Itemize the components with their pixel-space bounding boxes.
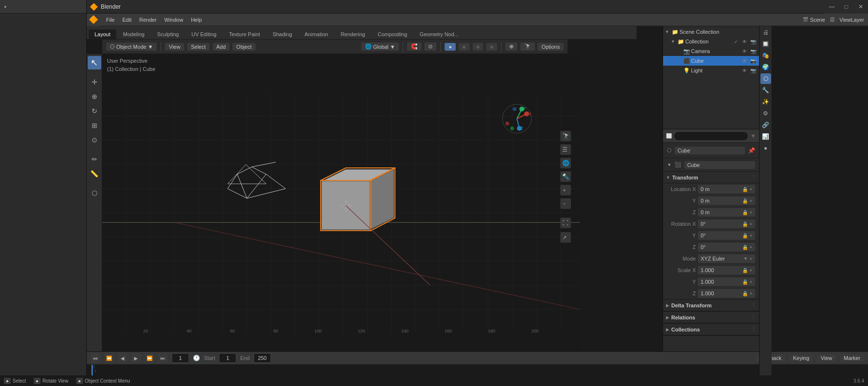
gizmo-toggle[interactable]: 🔭 <box>520 42 535 51</box>
collection-visibility-toggle[interactable]: ✓ <box>732 38 740 45</box>
rotation-x-lock[interactable]: 🔒 <box>742 221 748 227</box>
close-button[interactable]: ✕ <box>854 0 868 14</box>
outliner-item-scene-collection[interactable]: ▼ 📁 Scene Collection <box>663 27 759 37</box>
tool-rotate[interactable]: ↻ <box>88 104 101 118</box>
timeline-next-frame[interactable]: ⏩ <box>145 353 154 363</box>
props-icon-viewlayer[interactable]: 🔲 <box>760 39 771 49</box>
location-x-dot[interactable]: ● <box>750 187 752 192</box>
props-icon-material[interactable]: ● <box>760 143 771 153</box>
rotation-z-lock[interactable]: 🔒 <box>742 245 748 250</box>
props-icon-scene[interactable]: 🎭 <box>760 50 771 61</box>
timeline-prev-frame[interactable]: ⏪ <box>104 353 114 363</box>
props-icon-output[interactable]: 🖨 <box>760 27 771 38</box>
light-visibility-toggle[interactable]: 👁 <box>741 67 748 74</box>
timeline-jump-start[interactable]: ⏮ <box>91 353 100 363</box>
delta-section-menu[interactable]: ⋮ <box>751 302 756 308</box>
viewport-shading-solid[interactable]: ● <box>445 43 456 51</box>
collections-header[interactable]: ▶ Collections ⋮ <box>663 324 759 335</box>
pin-icon[interactable]: 📌 <box>748 147 755 154</box>
tab-geometry-nodes[interactable]: Geometry Nod... <box>414 29 464 39</box>
outliner-item-cube[interactable]: ⬛ Cube 👁 📷 <box>663 56 759 66</box>
props-list-icon[interactable]: ⬜ <box>666 133 672 138</box>
collections-section-menu[interactable]: ⋮ <box>751 326 756 332</box>
viewport-mode-selector[interactable]: ⬡ Object Mode ▼ <box>106 42 157 51</box>
location-y-lock[interactable]: 🔒 <box>742 198 748 204</box>
current-frame-input[interactable] <box>172 353 189 363</box>
tab-texture-paint[interactable]: Texture Paint <box>223 29 266 39</box>
cube-render-toggle[interactable]: 📷 <box>749 57 757 65</box>
tab-shading[interactable]: Shading <box>267 29 298 39</box>
scale-z-lock[interactable]: 🔒 <box>742 291 748 296</box>
vp-object-menu[interactable]: Object <box>232 43 256 51</box>
timeline-play-reverse[interactable]: ◀ <box>118 353 127 363</box>
location-z-lock[interactable]: 🔒 <box>742 210 748 215</box>
location-z-field[interactable]: 0 m 🔒 ● <box>698 208 755 217</box>
menu-render[interactable]: Render <box>136 15 161 24</box>
scale-z-field[interactable]: 1.000 🔒 ● <box>698 289 755 298</box>
maximize-button[interactable]: □ <box>839 0 854 14</box>
scale-x-dot[interactable]: ● <box>750 268 752 273</box>
scale-x-lock[interactable]: 🔒 <box>742 268 748 273</box>
vp-add-menu[interactable]: Add <box>213 43 230 51</box>
location-x-field[interactable]: 0 m 🔒 ● <box>698 185 755 193</box>
timeline-jump-end[interactable]: ⏭ <box>158 353 168 363</box>
minimize-button[interactable]: — <box>825 0 839 14</box>
mode-dot[interactable]: ● <box>750 256 752 261</box>
transform-section-header[interactable]: ▼ Transform ⋮ <box>663 172 759 183</box>
tool-cursor[interactable]: ✛ <box>88 75 101 89</box>
end-frame-input[interactable] <box>254 353 271 363</box>
rotation-z-dot[interactable]: ● <box>750 245 752 249</box>
tab-sculpting[interactable]: Sculpting <box>151 29 185 39</box>
delta-transform-header[interactable]: ▶ Delta Transform ⋮ <box>663 300 759 311</box>
outliner-item-collection[interactable]: ▼ 📁 Collection ✓ 👁 📷 <box>663 37 759 46</box>
keying-menu[interactable]: Keying <box>789 354 813 362</box>
viewport-shading-rendered[interactable]: ○ <box>473 43 484 51</box>
outliner-item-light[interactable]: 💡 Light 👁 📷 <box>663 66 759 75</box>
menu-help[interactable]: Help <box>187 15 206 24</box>
viewport-shading-material[interactable]: ○ <box>459 43 470 51</box>
props-icon-data[interactable]: 📊 <box>760 131 771 142</box>
tool-select[interactable]: ↖ <box>88 56 101 69</box>
tool-add[interactable]: ⬡ <box>88 186 101 200</box>
scale-y-dot[interactable]: ● <box>750 279 752 284</box>
scale-y-field[interactable]: 1.000 🔒 ● <box>698 277 755 286</box>
tab-rendering[interactable]: Rendering <box>335 29 371 39</box>
rotation-y-dot[interactable]: ● <box>750 233 752 238</box>
vp-select-menu[interactable]: Select <box>187 43 210 51</box>
object-name-field[interactable]: Cube <box>675 147 745 154</box>
tool-annotate[interactable]: ✏ <box>88 152 101 166</box>
transform-section-menu[interactable]: ⋮ <box>751 174 756 180</box>
tool-measure[interactable]: 📏 <box>88 167 101 180</box>
camera-render-toggle[interactable]: 📷 <box>749 47 757 55</box>
props-icon-constraints[interactable]: 🔗 <box>760 120 771 130</box>
props-filter-icon[interactable]: ▼ <box>750 133 756 139</box>
view-menu[interactable]: View <box>817 354 836 362</box>
location-y-field[interactable]: 0 m 🔒 ● <box>698 196 755 205</box>
cube-visibility-toggle[interactable]: 👁 <box>741 57 748 65</box>
props-icon-world[interactable]: 🌍 <box>760 62 771 72</box>
viewport-shading-lookdev[interactable]: ○ <box>486 43 497 51</box>
collection-camera-icon[interactable]: 📷 <box>749 38 757 45</box>
cube-object[interactable] <box>321 168 395 231</box>
timeline-ruler[interactable]: 1 <box>87 365 868 375</box>
timeline-play[interactable]: ▶ <box>131 353 141 363</box>
outliner-item-camera[interactable]: 📷 Camera 👁 📷 <box>663 46 759 56</box>
relations-section-menu[interactable]: ⋮ <box>751 314 756 320</box>
tab-modeling[interactable]: Modeling <box>117 29 150 39</box>
props-icon-physics[interactable]: ⚙ <box>760 108 771 119</box>
tab-layout[interactable]: Layout <box>89 29 116 39</box>
location-x-lock[interactable]: 🔒 <box>742 187 748 192</box>
transform-orientation[interactable]: 🌐 Global ▼ <box>361 42 399 51</box>
location-z-dot[interactable]: ● <box>750 210 752 215</box>
tool-transform[interactable]: ⊙ <box>88 133 101 147</box>
viewport-overlay-btn[interactable]: ⊕ <box>505 42 517 51</box>
tab-compositing[interactable]: Compositing <box>372 29 413 39</box>
props-icon-object[interactable]: ⬡ <box>760 73 771 84</box>
marker-menu[interactable]: Marker <box>840 354 864 362</box>
light-render-toggle[interactable]: 📷 <box>749 67 757 74</box>
props-icon-modifiers[interactable]: 🔧 <box>760 85 771 96</box>
proportional-edit[interactable]: ⊙ <box>424 42 436 51</box>
camera-visibility-toggle[interactable]: 👁 <box>741 47 748 55</box>
tab-uv-editing[interactable]: UV Editing <box>186 29 222 39</box>
tool-scale[interactable]: ⊞ <box>88 119 101 132</box>
